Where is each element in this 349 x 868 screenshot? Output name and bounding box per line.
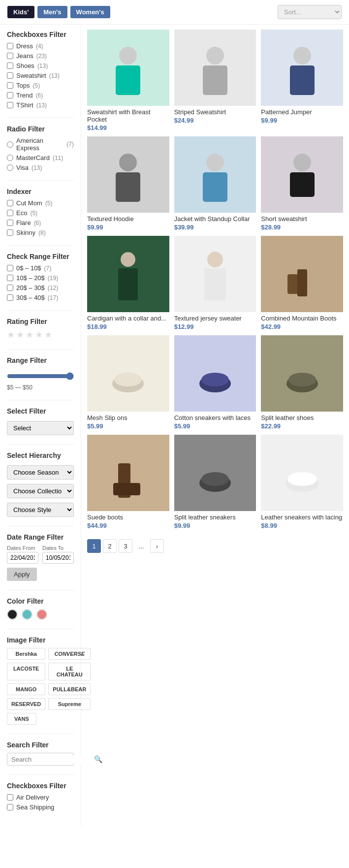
- radio-mastercard-label: MasterCard: [16, 154, 50, 161]
- cb-trend-input[interactable]: [7, 92, 13, 98]
- cb-tops[interactable]: Tops (5): [7, 82, 74, 89]
- sort-select[interactable]: Sort...: [278, 5, 342, 19]
- radio-mastercard[interactable]: MasterCard (11): [7, 154, 74, 161]
- cb-tshirt[interactable]: TShirt (13): [7, 101, 74, 109]
- cr-30-40-input[interactable]: [7, 294, 13, 301]
- star-rating[interactable]: ★ ★ ★ ★ ★: [7, 329, 74, 340]
- cb2-sea[interactable]: Sea Shipping: [7, 804, 74, 811]
- apply-button[interactable]: Apply: [7, 568, 37, 581]
- radio-amex[interactable]: American Express (7): [7, 137, 74, 152]
- color-pink[interactable]: [36, 609, 47, 620]
- brand-vans[interactable]: VANS: [7, 713, 36, 725]
- cr-30-40[interactable]: 30$ – 40$ (17): [7, 294, 74, 301]
- radio-mastercard-input[interactable]: [7, 155, 13, 161]
- product-patterned-jumper[interactable]: Patterned Jumper $9.99: [261, 30, 343, 131]
- cb2-air-input[interactable]: [7, 794, 13, 801]
- product-split-leather-shoes[interactable]: Split leather shoes $22.99: [261, 335, 343, 430]
- cb2-sea-input[interactable]: [7, 804, 13, 810]
- star-2[interactable]: ★: [16, 329, 24, 340]
- cr-10-20-input[interactable]: [7, 275, 13, 281]
- brand-bershka[interactable]: Bershka: [7, 648, 45, 660]
- product-suede-boots[interactable]: Suede boots $44.99: [87, 435, 169, 529]
- idx-skinny-input[interactable]: [7, 229, 13, 236]
- product-jacket-standup[interactable]: Jacket with Standup Collar $39.99: [174, 136, 256, 231]
- page-next[interactable]: ›: [150, 539, 164, 553]
- cb-sweatshirt[interactable]: Sweatshirt (13): [7, 72, 74, 79]
- radio-visa[interactable]: Visa (13): [7, 164, 74, 171]
- star-4[interactable]: ★: [35, 329, 43, 340]
- cb-dress-input[interactable]: [7, 43, 13, 49]
- cr-10-20[interactable]: 10$ – 20$ (19): [7, 274, 74, 282]
- cb-tops-input[interactable]: [7, 82, 13, 89]
- tab-mens[interactable]: Men's: [37, 6, 67, 18]
- product-cardigan[interactable]: Cardigan with a collar and... $18.99: [87, 236, 169, 330]
- idx-eco-input[interactable]: [7, 210, 13, 216]
- product-price-11: $5.99: [174, 422, 256, 430]
- cb-trend[interactable]: Trend (6): [7, 92, 74, 99]
- cr-20-30-input[interactable]: [7, 285, 13, 291]
- range-slider[interactable]: [7, 372, 74, 380]
- check-range-filter: Check Range Filter 0$ – 10$ (7) 10$ – 20…: [7, 253, 74, 301]
- product-mountain-boots[interactable]: Combined Mountain Boots $42.99: [261, 236, 343, 330]
- tab-kids[interactable]: Kids': [7, 6, 34, 18]
- radio-visa-input[interactable]: [7, 164, 13, 171]
- cb-trend-count: (6): [35, 92, 43, 99]
- page-1[interactable]: 1: [87, 539, 101, 553]
- cb2-air[interactable]: Air Delivery: [7, 794, 74, 801]
- cr-0-10-label: 0$ – 10$: [16, 264, 41, 272]
- idx-flare[interactable]: Flare (6): [7, 219, 74, 226]
- idx-cutmom-input[interactable]: [7, 200, 13, 206]
- product-price-14: $9.99: [174, 522, 256, 529]
- product-leather-sneakers-lacing[interactable]: Leather sneakers with lacing $8.99: [261, 435, 343, 529]
- product-price-7: $18.99: [87, 323, 169, 330]
- star-1[interactable]: ★: [7, 329, 15, 340]
- color-teal[interactable]: [22, 609, 32, 620]
- style-select[interactable]: Choose Style: [7, 503, 74, 517]
- cb-shoes-input[interactable]: [7, 63, 13, 69]
- select-filter-select[interactable]: Select: [7, 421, 74, 435]
- brand-reserved[interactable]: RESERVED: [7, 698, 45, 710]
- collection-select[interactable]: Choose Collection: [7, 484, 74, 498]
- product-textured-hoodie[interactable]: Textured Hoodie $9.99: [87, 136, 169, 231]
- product-name-12: Split leather shoes: [261, 414, 343, 421]
- season-select[interactable]: Choose Season: [7, 465, 74, 480]
- brand-lacoste[interactable]: LACOSTE: [7, 663, 45, 680]
- tab-womens[interactable]: Women's: [70, 6, 110, 18]
- brand-mango[interactable]: MANGO: [7, 683, 45, 695]
- product-name-4: Textured Hoodie: [87, 215, 169, 223]
- star-3[interactable]: ★: [26, 329, 33, 340]
- product-img-7: [87, 236, 169, 312]
- page-2[interactable]: 2: [103, 539, 117, 553]
- product-jersey-sweater[interactable]: Textured jersey sweater $12.99: [174, 236, 256, 330]
- product-price-9: $42.99: [261, 323, 343, 330]
- date-from-input[interactable]: [7, 552, 38, 564]
- radio-amex-input[interactable]: [7, 141, 13, 148]
- product-mesh-slipons[interactable]: Mesh Slip ons $5.99: [87, 335, 169, 430]
- product-striped-sweatshirt[interactable]: Striped Sweatshirt $24.99: [174, 30, 256, 131]
- product-short-sweatshirt[interactable]: Short sweatshirt $28.99: [261, 136, 343, 231]
- cb-jeans[interactable]: Jeans (23): [7, 52, 74, 60]
- idx-skinny[interactable]: Skinny (8): [7, 229, 74, 236]
- color-black[interactable]: [7, 609, 18, 620]
- idx-flare-input[interactable]: [7, 220, 13, 226]
- date-to-input[interactable]: [42, 552, 74, 564]
- product-price-2: $24.99: [174, 117, 256, 124]
- cb-dress[interactable]: Dress (4): [7, 42, 74, 50]
- product-content: Sweatshirt with Breast Pocket $14.99 Str…: [81, 25, 349, 826]
- cr-0-10[interactable]: 0$ – 10$ (7): [7, 264, 74, 272]
- date-range-title: Date Range Filter: [7, 533, 74, 541]
- cb-jeans-input[interactable]: [7, 53, 13, 59]
- idx-cutmom[interactable]: Cut Mom (5): [7, 199, 74, 207]
- cb-tshirt-input[interactable]: [7, 102, 13, 108]
- cb-sweatshirt-input[interactable]: [7, 72, 13, 79]
- product-sweatshirt-breast[interactable]: Sweatshirt with Breast Pocket $14.99: [87, 30, 169, 131]
- product-cotton-sneakers[interactable]: Cotton sneakers with laces $5.99: [174, 335, 256, 430]
- color-swatches: [7, 609, 74, 620]
- star-5[interactable]: ★: [44, 329, 52, 340]
- page-3[interactable]: 3: [119, 539, 132, 553]
- cr-0-10-input[interactable]: [7, 265, 13, 271]
- cr-20-30[interactable]: 20$ – 30$ (12): [7, 284, 74, 291]
- cb-shoes[interactable]: Shoes (13): [7, 62, 74, 69]
- product-split-leather-sneakers[interactable]: Split leather sneakers $9.99: [174, 435, 256, 529]
- idx-eco[interactable]: Eco (5): [7, 209, 74, 217]
